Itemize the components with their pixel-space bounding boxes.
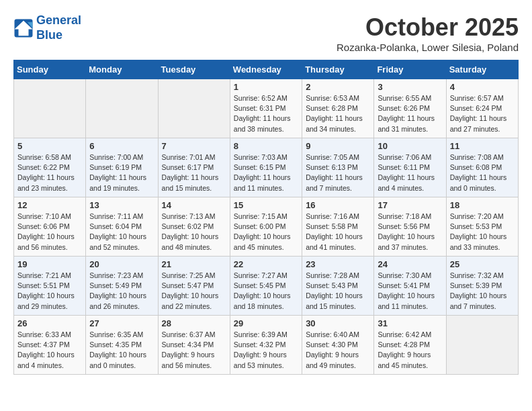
month-title: October 2025 — [337, 13, 519, 42]
day-info: Sunrise: 7:01 AM Sunset: 6:17 PM Dayligh… — [162, 152, 226, 193]
day-number: 26 — [17, 318, 82, 328]
day-info: Sunrise: 7:00 AM Sunset: 6:19 PM Dayligh… — [89, 152, 154, 193]
calendar-cell: 16Sunrise: 7:16 AM Sunset: 5:58 PM Dayli… — [302, 197, 374, 257]
calendar-cell: 17Sunrise: 7:18 AM Sunset: 5:56 PM Dayli… — [374, 197, 446, 257]
day-info: Sunrise: 6:58 AM Sunset: 6:22 PM Dayligh… — [17, 152, 82, 193]
calendar-cell: 13Sunrise: 7:11 AM Sunset: 6:04 PM Dayli… — [86, 197, 158, 257]
day-info: Sunrise: 7:15 AM Sunset: 6:00 PM Dayligh… — [234, 212, 298, 253]
day-info: Sunrise: 7:13 AM Sunset: 6:02 PM Dayligh… — [162, 212, 226, 253]
calendar-week-row: 26Sunrise: 6:33 AM Sunset: 4:37 PM Dayli… — [14, 316, 519, 375]
day-info: Sunrise: 6:53 AM Sunset: 6:28 PM Dayligh… — [306, 93, 370, 134]
logo-text: General Blue — [36, 13, 81, 42]
day-number: 2 — [306, 82, 370, 92]
title-block: October 2025 Rozanka-Polanka, Lower Sile… — [337, 13, 519, 53]
day-number: 15 — [234, 200, 298, 210]
weekday-header-row: SundayMondayTuesdayWednesdayThursdayFrid… — [14, 60, 519, 79]
calendar-cell — [14, 79, 86, 138]
calendar-cell: 1Sunrise: 6:52 AM Sunset: 6:31 PM Daylig… — [230, 79, 302, 138]
day-info: Sunrise: 6:37 AM Sunset: 4:34 PM Dayligh… — [162, 330, 226, 371]
calendar-cell — [86, 79, 158, 138]
calendar-cell — [446, 316, 518, 375]
day-number: 21 — [162, 259, 226, 269]
day-number: 29 — [234, 318, 298, 328]
logo: General Blue — [13, 13, 81, 42]
day-info: Sunrise: 6:55 AM Sunset: 6:26 PM Dayligh… — [378, 93, 442, 134]
day-info: Sunrise: 7:06 AM Sunset: 6:11 PM Dayligh… — [378, 152, 442, 193]
calendar-cell: 29Sunrise: 6:39 AM Sunset: 4:32 PM Dayli… — [230, 316, 302, 375]
day-number: 28 — [162, 318, 226, 328]
calendar-cell: 24Sunrise: 7:30 AM Sunset: 5:41 PM Dayli… — [374, 257, 446, 316]
calendar-cell: 22Sunrise: 7:27 AM Sunset: 5:45 PM Dayli… — [230, 257, 302, 316]
day-info: Sunrise: 7:20 AM Sunset: 5:53 PM Dayligh… — [450, 212, 515, 253]
day-info: Sunrise: 7:21 AM Sunset: 5:51 PM Dayligh… — [17, 271, 82, 312]
calendar-cell: 4Sunrise: 6:57 AM Sunset: 6:24 PM Daylig… — [446, 79, 518, 138]
calendar-table: SundayMondayTuesdayWednesdayThursdayFrid… — [13, 60, 519, 375]
calendar-week-row: 5Sunrise: 6:58 AM Sunset: 6:22 PM Daylig… — [14, 138, 519, 197]
calendar-cell: 10Sunrise: 7:06 AM Sunset: 6:11 PM Dayli… — [374, 138, 446, 197]
day-number: 13 — [89, 200, 154, 210]
calendar-cell: 21Sunrise: 7:25 AM Sunset: 5:47 PM Dayli… — [158, 257, 230, 316]
day-info: Sunrise: 7:28 AM Sunset: 5:43 PM Dayligh… — [306, 271, 370, 312]
day-info: Sunrise: 7:11 AM Sunset: 6:04 PM Dayligh… — [89, 212, 154, 253]
day-number: 14 — [162, 200, 226, 210]
weekday-header: Friday — [374, 60, 446, 79]
calendar-cell: 11Sunrise: 7:08 AM Sunset: 6:08 PM Dayli… — [446, 138, 518, 197]
calendar-cell: 18Sunrise: 7:20 AM Sunset: 5:53 PM Dayli… — [446, 197, 518, 257]
day-info: Sunrise: 7:03 AM Sunset: 6:15 PM Dayligh… — [234, 152, 298, 193]
day-info: Sunrise: 7:08 AM Sunset: 6:08 PM Dayligh… — [450, 152, 515, 193]
location: Rozanka-Polanka, Lower Silesia, Poland — [337, 42, 519, 53]
calendar-week-row: 1Sunrise: 6:52 AM Sunset: 6:31 PM Daylig… — [14, 79, 519, 138]
calendar-cell: 5Sunrise: 6:58 AM Sunset: 6:22 PM Daylig… — [14, 138, 86, 197]
calendar-cell: 2Sunrise: 6:53 AM Sunset: 6:28 PM Daylig… — [302, 79, 374, 138]
calendar-cell: 8Sunrise: 7:03 AM Sunset: 6:15 PM Daylig… — [230, 138, 302, 197]
day-number: 23 — [306, 259, 370, 269]
day-number: 10 — [378, 141, 442, 151]
day-number: 20 — [89, 259, 154, 269]
day-info: Sunrise: 6:35 AM Sunset: 4:35 PM Dayligh… — [89, 330, 154, 371]
day-number: 27 — [89, 318, 154, 328]
calendar-cell: 15Sunrise: 7:15 AM Sunset: 6:00 PM Dayli… — [230, 197, 302, 257]
day-number: 17 — [378, 200, 442, 210]
day-info: Sunrise: 7:16 AM Sunset: 5:58 PM Dayligh… — [306, 212, 370, 253]
day-number: 6 — [89, 141, 154, 151]
calendar-cell: 31Sunrise: 6:42 AM Sunset: 4:28 PM Dayli… — [374, 316, 446, 375]
day-number: 7 — [162, 141, 226, 151]
day-number: 9 — [306, 141, 370, 151]
day-info: Sunrise: 6:57 AM Sunset: 6:24 PM Dayligh… — [450, 93, 515, 134]
day-number: 5 — [17, 141, 82, 151]
day-info: Sunrise: 7:32 AM Sunset: 5:39 PM Dayligh… — [450, 271, 515, 312]
day-info: Sunrise: 6:42 AM Sunset: 4:28 PM Dayligh… — [378, 330, 442, 371]
calendar-cell: 28Sunrise: 6:37 AM Sunset: 4:34 PM Dayli… — [158, 316, 230, 375]
weekday-header: Monday — [86, 60, 158, 79]
weekday-header: Tuesday — [158, 60, 230, 79]
calendar-cell — [158, 79, 230, 138]
calendar-cell: 3Sunrise: 6:55 AM Sunset: 6:26 PM Daylig… — [374, 79, 446, 138]
weekday-header: Wednesday — [230, 60, 302, 79]
calendar-cell: 26Sunrise: 6:33 AM Sunset: 4:37 PM Dayli… — [14, 316, 86, 375]
calendar-cell: 14Sunrise: 7:13 AM Sunset: 6:02 PM Dayli… — [158, 197, 230, 257]
day-number: 19 — [17, 259, 82, 269]
day-number: 1 — [234, 82, 298, 92]
day-number: 16 — [306, 200, 370, 210]
calendar-cell: 30Sunrise: 6:40 AM Sunset: 4:30 PM Dayli… — [302, 316, 374, 375]
calendar-cell: 12Sunrise: 7:10 AM Sunset: 6:06 PM Dayli… — [14, 197, 86, 257]
calendar-cell: 6Sunrise: 7:00 AM Sunset: 6:19 PM Daylig… — [86, 138, 158, 197]
day-number: 12 — [17, 200, 82, 210]
calendar-cell: 7Sunrise: 7:01 AM Sunset: 6:17 PM Daylig… — [158, 138, 230, 197]
calendar-week-row: 12Sunrise: 7:10 AM Sunset: 6:06 PM Dayli… — [14, 197, 519, 257]
day-info: Sunrise: 6:40 AM Sunset: 4:30 PM Dayligh… — [306, 330, 370, 371]
weekday-header: Thursday — [302, 60, 374, 79]
day-number: 3 — [378, 82, 442, 92]
calendar-cell: 20Sunrise: 7:23 AM Sunset: 5:49 PM Dayli… — [86, 257, 158, 316]
day-number: 18 — [450, 200, 515, 210]
day-number: 30 — [306, 318, 370, 328]
page-header: General Blue October 2025 Rozanka-Polank… — [13, 13, 519, 53]
day-info: Sunrise: 6:52 AM Sunset: 6:31 PM Dayligh… — [234, 93, 298, 134]
day-number: 31 — [378, 318, 442, 328]
logo-icon — [13, 18, 34, 38]
day-number: 25 — [450, 259, 515, 269]
day-info: Sunrise: 7:05 AM Sunset: 6:13 PM Dayligh… — [306, 152, 370, 193]
day-info: Sunrise: 7:27 AM Sunset: 5:45 PM Dayligh… — [234, 271, 298, 312]
day-info: Sunrise: 6:39 AM Sunset: 4:32 PM Dayligh… — [234, 330, 298, 371]
day-info: Sunrise: 7:10 AM Sunset: 6:06 PM Dayligh… — [17, 212, 82, 253]
